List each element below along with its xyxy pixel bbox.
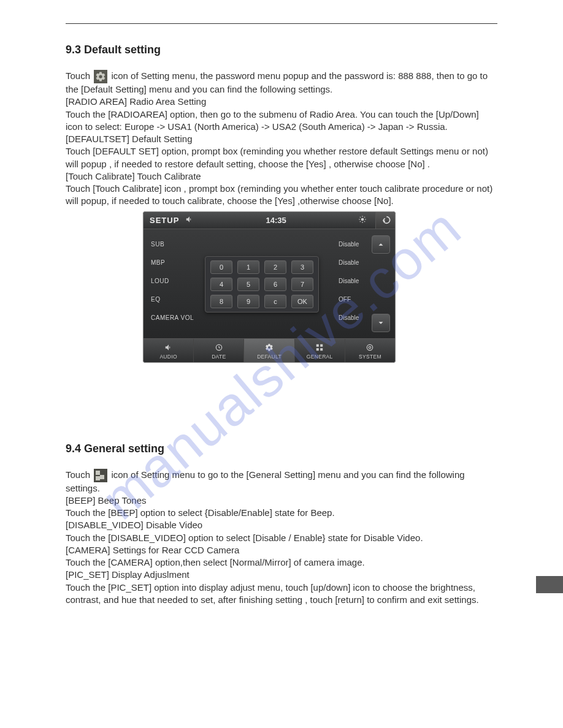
password-keypad: 0 1 2 3 4 5 6 7 8 9 c OK (205, 256, 319, 313)
tab-audio[interactable]: AUDIO (144, 339, 194, 363)
text: Touch (66, 469, 93, 480)
keypad-key-clear[interactable]: c (264, 295, 286, 308)
text: Touch (66, 70, 93, 81)
setting-row-eq[interactable]: EQ (151, 290, 202, 309)
svg-line-7 (360, 221, 361, 221)
svg-rect-11 (320, 344, 323, 346)
svg-rect-12 (316, 348, 319, 351)
keypad-key-1[interactable]: 1 (237, 260, 259, 274)
paragraph: Touch the [RADIOAREA] option, then go to… (66, 108, 497, 134)
squares-icon (94, 469, 107, 482)
setting-row-loud[interactable]: LOUD (151, 272, 202, 290)
paragraph: [DEFAULTSET] Default Setting (66, 133, 497, 145)
svg-point-15 (367, 344, 373, 350)
gear-icon (265, 343, 274, 352)
keypad-key-2[interactable]: 2 (264, 260, 286, 274)
cog-icon (366, 343, 374, 352)
keypad-key-8[interactable]: 8 (210, 295, 232, 308)
paragraph: [Touch Calibrate] Touch Calibrate (66, 170, 497, 183)
setting-row-sub[interactable]: SUB (151, 235, 202, 254)
keypad-key-ok[interactable]: OK (291, 295, 313, 308)
keypad-key-9[interactable]: 9 (237, 295, 259, 308)
document-page: 9.3 Default setting Touch icon of Settin… (0, 0, 563, 631)
keypad-key-5[interactable]: 5 (237, 278, 259, 291)
paragraph: [BEEP] Beep Tones (66, 495, 497, 507)
scroll-up-button[interactable] (372, 235, 390, 254)
device-title: SETUP (150, 216, 179, 225)
setting-value: OFF (339, 290, 372, 309)
svg-line-6 (364, 221, 365, 221)
device-screenshot: SETUP 14:35 SUB MBP LOUD EQ CAMERA VOL (143, 211, 396, 363)
setting-value: Disable (339, 235, 372, 254)
speaker-icon (164, 343, 173, 352)
tab-default[interactable]: DEFAULT (244, 339, 294, 363)
setting-row-camera-vol[interactable]: CAMERA VOL (151, 309, 202, 327)
paragraph: [CAMERA] Settings for Rear CCD Camera (66, 544, 497, 556)
setting-value: Disable (339, 254, 372, 272)
paragraph-9-4-intro: Touch icon of Setting menu to go to the … (66, 469, 497, 495)
svg-line-8 (364, 216, 365, 217)
tab-label: SYSTEM (359, 354, 381, 360)
tab-date[interactable]: DATE (194, 339, 244, 363)
paragraph: Touch the [PIC_SET] option into display … (66, 582, 497, 607)
setting-row-mbp[interactable]: MBP (151, 254, 202, 272)
svg-rect-10 (316, 344, 319, 346)
svg-rect-13 (320, 348, 323, 351)
keypad-key-7[interactable]: 7 (291, 278, 313, 291)
tab-general[interactable]: GENERAL (295, 339, 345, 363)
text: icon of Setting menu to go to the [Gener… (66, 469, 465, 493)
keypad-key-0[interactable]: 0 (210, 260, 232, 274)
tab-label: DATE (212, 354, 226, 360)
tab-system[interactable]: SYSTEM (345, 339, 395, 363)
paragraph: Touch [Touch Calibrate] icon , prompt bo… (66, 183, 497, 208)
svg-point-0 (361, 218, 364, 221)
device-tabs: AUDIO DATE DEFAULT GENERAL SYSTEM (144, 338, 395, 363)
keypad-key-3[interactable]: 3 (291, 260, 313, 274)
paragraph: [RADIO AREA] Radio Area Setting (66, 96, 497, 108)
scroll-arrows (372, 229, 395, 338)
text: icon of Setting menu, the password menu … (66, 70, 488, 94)
top-horizontal-rule (66, 23, 497, 24)
tab-label: GENERAL (307, 354, 333, 360)
setting-value: Disable (339, 309, 372, 327)
settings-values: Disable Disable Disable OFF Disable (339, 229, 372, 338)
tab-label: DEFAULT (257, 354, 282, 360)
gear-icon (94, 70, 107, 83)
keypad-key-4[interactable]: 4 (210, 278, 232, 291)
back-button[interactable] (375, 212, 395, 229)
heading-9-4: 9.4 General setting (66, 442, 497, 455)
tab-label: AUDIO (159, 354, 177, 360)
clock-icon (215, 343, 223, 352)
speaker-icon (185, 215, 194, 226)
keypad-key-6[interactable]: 6 (264, 278, 286, 291)
device-header: SETUP 14:35 (144, 212, 395, 229)
settings-list: SUB MBP LOUD EQ CAMERA VOL (144, 229, 202, 338)
heading-9-3: 9.3 Default setting (66, 44, 497, 56)
paragraph: [DISABLE_VIDEO] Disable Video (66, 519, 497, 531)
device-clock: 14:35 (194, 216, 358, 225)
scroll-down-button[interactable] (372, 314, 390, 332)
paragraph: Touch the [BEEP] option to select {Disab… (66, 507, 497, 519)
paragraph: [PIC_SET] Display Adjuslment (66, 569, 497, 581)
device-body: SUB MBP LOUD EQ CAMERA VOL Disable Disab… (144, 229, 395, 338)
paragraph: Touch the [DISABLE_VIDEO] option to sele… (66, 532, 497, 544)
paragraph: Touch [DEFAULT SET] option, prompt box (… (66, 145, 497, 170)
brightness-icon (358, 215, 367, 226)
svg-line-5 (360, 216, 361, 217)
svg-point-14 (369, 346, 372, 349)
paragraph-9-3-intro: Touch icon of Setting menu, the password… (66, 70, 497, 96)
setting-value: Disable (339, 272, 372, 290)
paragraph: Touch the [CAMERA] option,then select [N… (66, 556, 497, 569)
squares-icon (315, 343, 324, 352)
